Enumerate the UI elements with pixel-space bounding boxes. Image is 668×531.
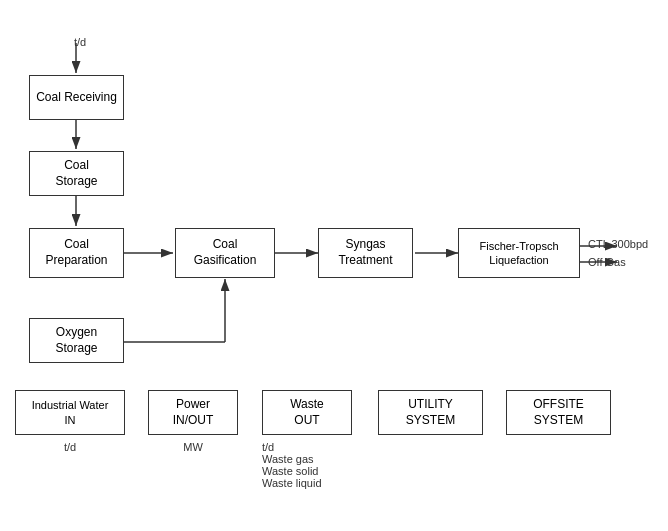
coal-storage-box: CoalStorage: [29, 151, 124, 196]
coal-preparation-box: CoalPreparation: [29, 228, 124, 278]
oxygen-storage-label: OxygenStorage: [55, 325, 97, 356]
industrial-water-box: Industrial WaterIN: [15, 390, 125, 435]
waste-label: WasteOUT: [290, 397, 324, 428]
power-label: PowerIN/OUT: [173, 397, 214, 428]
waste-solid: Waste solid: [262, 465, 372, 477]
power-mw-label: MW: [148, 441, 238, 453]
coal-gasification-label: CoalGasification: [194, 237, 257, 268]
coal-receiving-label: Coal Receiving: [36, 90, 117, 106]
syngas-treatment-box: SyngasTreatment: [318, 228, 413, 278]
waste-liquid: Waste liquid: [262, 477, 372, 489]
power-box: PowerIN/OUT: [148, 390, 238, 435]
utility-system-label: UTILITYSYSTEM: [406, 397, 455, 428]
coal-receiving-box: Coal Receiving: [29, 75, 124, 120]
industrial-water-label: Industrial WaterIN: [32, 398, 109, 427]
oxygen-storage-box: OxygenStorage: [29, 318, 124, 363]
coal-storage-label: CoalStorage: [55, 158, 97, 189]
waste-box: WasteOUT: [262, 390, 352, 435]
offsite-system-label: OFFSITESYSTEM: [533, 397, 584, 428]
waste-td: t/d: [262, 441, 372, 453]
waste-notes: t/d Waste gas Waste solid Waste liquid: [262, 441, 372, 489]
diagram-container: Coal Receiving CoalStorage CoalPreparati…: [0, 0, 668, 531]
coal-gasification-box: CoalGasification: [175, 228, 275, 278]
waste-gas: Waste gas: [262, 453, 372, 465]
ctl-output-label: CTL 300bpd: [588, 238, 668, 250]
fischer-tropsch-label: Fischer-TropschLiquefaction: [479, 239, 558, 268]
syngas-treatment-label: SyngasTreatment: [338, 237, 392, 268]
coal-preparation-label: CoalPreparation: [45, 237, 107, 268]
input-td-label: t/d: [60, 36, 100, 48]
fischer-tropsch-box: Fischer-TropschLiquefaction: [458, 228, 580, 278]
offgas-label: Off Gas: [588, 256, 648, 268]
offsite-system-box: OFFSITESYSTEM: [506, 390, 611, 435]
iw-td-label: t/d: [15, 441, 125, 453]
utility-system-box: UTILITYSYSTEM: [378, 390, 483, 435]
